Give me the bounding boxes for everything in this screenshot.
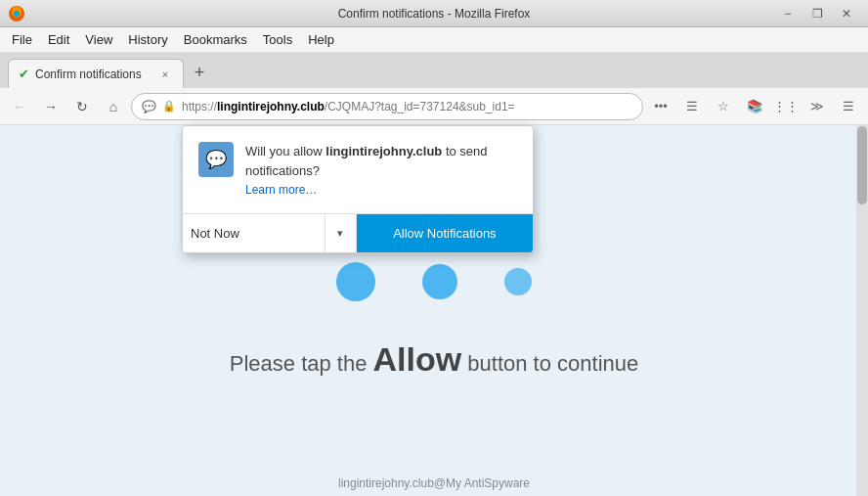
forward-button[interactable]: →: [37, 93, 65, 120]
menu-tools[interactable]: Tools: [255, 30, 300, 49]
notification-permission-icon: 💬: [142, 100, 156, 113]
url-scheme: https://: [182, 100, 217, 113]
pocket-button[interactable]: ☰: [678, 93, 706, 120]
reload-button[interactable]: ↻: [68, 93, 96, 120]
titlebar: Confirm notifications - Mozilla Firefox …: [0, 0, 868, 27]
menu-edit[interactable]: Edit: [40, 30, 77, 49]
tab-close-button[interactable]: ×: [157, 67, 173, 82]
popup-body: 💬 Will you allow lingintirejohny.club to…: [183, 126, 533, 213]
page-message: Please tap the Allow button to continue: [230, 340, 638, 379]
expand-button[interactable]: ≫: [803, 93, 831, 120]
bookmark-button[interactable]: ☆: [710, 93, 737, 120]
learn-more-link[interactable]: Learn more…: [245, 183, 317, 197]
page-footer: lingintirejohny.club@My AntiSpyware: [338, 476, 530, 490]
popup-actions: Not Now ▾ Allow Notifications: [183, 213, 533, 252]
loading-dots: [336, 262, 532, 301]
titlebar-controls: − ❐ ✕: [774, 4, 860, 23]
minimize-button[interactable]: −: [774, 4, 802, 23]
scrollbar[interactable]: [856, 125, 868, 496]
home-button[interactable]: ⌂: [100, 93, 127, 120]
firefox-icon: [8, 5, 25, 23]
menu-view[interactable]: View: [77, 30, 120, 49]
close-button[interactable]: ✕: [833, 4, 860, 23]
sidebar-button[interactable]: ⋮⋮: [772, 93, 800, 120]
popup-content: Will you allow lingintirejohny.club to s…: [245, 142, 517, 198]
menu-help[interactable]: Help: [300, 30, 342, 49]
url-path: /CJQMAJ?tag_id=737124&sub_id1=: [325, 100, 515, 113]
tabbar: ✔ Confirm notifications × +: [0, 53, 868, 88]
url-domain: lingintirejohny.club: [217, 100, 325, 113]
svg-point-1: [14, 11, 20, 17]
more-button[interactable]: •••: [647, 93, 674, 120]
allow-notifications-button[interactable]: Allow Notifications: [357, 214, 533, 252]
titlebar-title: Confirm notifications - Mozilla Firefox: [0, 7, 868, 21]
address-url: https://lingintirejohny.club/CJQMAJ?tag_…: [182, 100, 632, 113]
active-tab[interactable]: ✔ Confirm notifications ×: [8, 59, 184, 88]
dot-2: [422, 264, 457, 299]
not-now-button[interactable]: Not Now: [183, 214, 326, 252]
popup-text: Will you allow lingintirejohny.club to s…: [245, 142, 517, 180]
popup-message-icon: 💬: [198, 142, 234, 177]
popup-message-prefix: Will you allow: [245, 144, 326, 158]
popup-domain: lingintirejohny.club: [326, 144, 442, 158]
menubar: File Edit View History Bookmarks Tools H…: [0, 27, 868, 53]
menu-file[interactable]: File: [4, 30, 40, 49]
new-tab-button[interactable]: +: [186, 59, 213, 86]
dot-3: [504, 268, 532, 295]
message-suffix: button to continue: [461, 351, 638, 376]
allow-word: Allow: [373, 340, 462, 378]
titlebar-left: [8, 5, 25, 23]
menu-bookmarks[interactable]: Bookmarks: [176, 30, 255, 49]
secure-icon: 🔒: [162, 100, 176, 113]
restore-button[interactable]: ❐: [803, 4, 831, 23]
message-prefix: Please tap the: [230, 351, 373, 376]
not-now-label: Not Now: [191, 226, 239, 241]
menu-history[interactable]: History: [120, 30, 175, 49]
scrollbar-thumb[interactable]: [857, 126, 867, 204]
back-button[interactable]: ←: [6, 93, 33, 120]
tab-favicon: ✔: [19, 67, 29, 81]
library-button[interactable]: 📚: [741, 93, 768, 120]
dropdown-button[interactable]: ▾: [326, 214, 357, 252]
hamburger-button[interactable]: ☰: [835, 93, 862, 120]
dot-1: [336, 262, 375, 301]
toolbar: ← → ↻ ⌂ 💬 🔒 https://lingintirejohny.club…: [0, 88, 868, 125]
address-bar[interactable]: 💬 🔒 https://lingintirejohny.club/CJQMAJ?…: [131, 93, 643, 120]
notification-popup: 💬 Will you allow lingintirejohny.club to…: [182, 125, 534, 253]
tab-title: Confirm notifications: [35, 68, 152, 81]
